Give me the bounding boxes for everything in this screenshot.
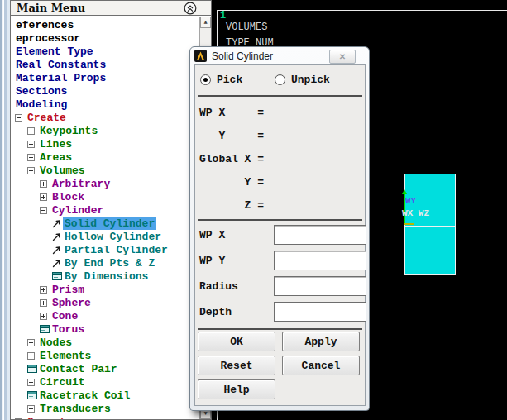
tree-item-transducers[interactable]: Transducers	[11, 402, 211, 415]
tree-item-lines[interactable]: Lines	[11, 137, 211, 150]
tree-item-keypoints[interactable]: Keypoints	[11, 124, 211, 137]
tree-item-elements[interactable]: Elements	[11, 349, 211, 362]
collapse-minus-icon[interactable]	[40, 207, 47, 214]
tree-item-label: Block	[50, 191, 86, 203]
tree-item-label: Create	[26, 112, 68, 124]
workplane-y-arrowhead-icon	[402, 189, 407, 194]
expand-plus-icon[interactable]	[27, 339, 35, 346]
tree-item-label: Real Constants	[14, 59, 108, 71]
tree-item-hollow-cylinder[interactable]: Hollow Cylinder	[11, 230, 211, 243]
dialog-box-icon	[27, 391, 37, 399]
tree-item-element-type[interactable]: Element Type	[11, 45, 211, 58]
dialog-box-icon	[40, 325, 50, 333]
tree-item-solid-cylinder[interactable]: Solid Cylinder	[11, 217, 211, 230]
tree-item-torus[interactable]: Torus	[11, 322, 211, 336]
ok-button[interactable]: OK	[198, 332, 275, 351]
expand-plus-icon[interactable]	[40, 180, 47, 188]
tree-item-block[interactable]: Block	[11, 190, 211, 203]
tree-item-label: Cone	[50, 310, 79, 322]
collapse-panel-button[interactable]	[184, 2, 197, 15]
tree-item-volumes[interactable]: Volumes	[11, 164, 211, 177]
tree-item-cone[interactable]: Cone	[11, 309, 211, 322]
plot-legend-volumes: VOLUMES	[226, 21, 267, 33]
tree-item-arbitrary[interactable]: Arbitrary	[11, 177, 211, 190]
depth-input[interactable]	[274, 302, 366, 322]
tree-item-sections[interactable]: Sections	[11, 84, 211, 98]
tree-item-label: Lines	[38, 138, 74, 150]
cancel-button[interactable]: Cancel	[282, 356, 360, 375]
separator	[198, 328, 362, 330]
tree-item-label: Contact Pair	[38, 363, 119, 375]
wp-y-field-label: WP Y	[199, 255, 225, 267]
pick-radio-label: Pick	[217, 74, 242, 86]
scroll-up-button[interactable]: ▲	[200, 17, 211, 28]
tree-item-real-constants[interactable]: Real Constants	[11, 58, 211, 71]
expand-plus-icon[interactable]	[27, 127, 35, 135]
dialog-box-icon	[27, 365, 37, 373]
tree-item-create[interactable]: Create	[11, 111, 211, 124]
workplane-wy-label: WY	[405, 196, 416, 206]
tree-item-operate[interactable]: Operate	[11, 415, 211, 420]
tree-item-sphere[interactable]: Sphere	[11, 296, 211, 309]
tree-item-label: Hollow Cylinder	[63, 231, 163, 243]
tree-item-racetrack-coil[interactable]: Racetrack Coil	[11, 389, 211, 402]
collapse-minus-icon[interactable]	[27, 167, 35, 174]
tree-item-cylinder[interactable]: Cylinder	[11, 203, 211, 217]
tree-item-areas[interactable]: Areas	[11, 150, 211, 164]
tree-item-label: Element Type	[14, 45, 95, 58]
tree-item-by-dimensions[interactable]: By Dimensions	[11, 270, 211, 283]
expand-plus-icon[interactable]	[27, 405, 35, 413]
wp-y-input[interactable]	[274, 251, 366, 270]
tree-item-label: Cylinder	[50, 204, 105, 217]
tree-item-label: Sections	[14, 85, 69, 98]
tree-item-nodes[interactable]: Nodes	[11, 336, 211, 349]
wp-x-field-row: WP X	[199, 224, 361, 247]
status-wp-y: Y =	[199, 125, 264, 148]
radius-field-label: Radius	[199, 280, 238, 293]
unpick-radio[interactable]: Unpick	[275, 73, 330, 86]
tree-item-eprocessor[interactable]: eprocessor	[11, 31, 211, 45]
main-menu-titlebar[interactable]: Main Menu	[10, 0, 212, 16]
radius-input[interactable]	[274, 276, 366, 296]
reset-button[interactable]: Reset	[198, 356, 275, 375]
close-icon[interactable]: ✕	[329, 50, 356, 64]
tree-item-by-end-pts-z[interactable]: By End Pts & Z	[11, 256, 211, 270]
status-wp-x: WP X =	[199, 102, 264, 125]
tree-item-label: Modeling	[14, 98, 69, 111]
wp-x-input[interactable]	[274, 225, 366, 245]
expand-plus-icon[interactable]	[40, 313, 47, 320]
help-button[interactable]: Help	[198, 379, 275, 399]
separator	[198, 95, 362, 97]
pick-arrow-icon	[52, 258, 62, 268]
status-global-x: Global X =	[199, 148, 264, 171]
radio-dot-icon	[275, 74, 285, 85]
tree-item-label: Material Props	[14, 72, 108, 84]
pick-radio[interactable]: Pick	[200, 73, 242, 86]
collapse-minus-icon[interactable]	[15, 114, 22, 122]
expand-plus-icon[interactable]	[27, 352, 35, 360]
tree-item-label: Keypoints	[38, 125, 99, 137]
tree-item-partial-cylinder[interactable]: Partial Cylinder	[11, 243, 211, 256]
expand-plus-icon[interactable]	[27, 379, 35, 386]
expand-plus-icon[interactable]	[27, 141, 35, 148]
tree-item-label: Partial Cylinder	[63, 244, 170, 256]
expand-plus-icon[interactable]	[27, 154, 35, 161]
tree-item-modeling[interactable]: Modeling	[11, 98, 211, 111]
expand-plus-icon[interactable]	[40, 286, 47, 294]
expand-plus-icon[interactable]	[40, 193, 47, 201]
chevrons-up-circle-icon	[184, 2, 197, 15]
tree-item-label: Racetrack Coil	[38, 389, 132, 402]
expand-plus-icon[interactable]	[40, 299, 47, 307]
dialog-titlebar[interactable]: Solid Cylinder ✕	[190, 47, 369, 64]
tree-item-circuit[interactable]: Circuit	[11, 375, 211, 389]
tree-item-contact-pair[interactable]: Contact Pair	[11, 362, 211, 375]
apply-button[interactable]: Apply	[282, 332, 360, 351]
tree-item-prism[interactable]: Prism	[11, 283, 211, 296]
main-menu-tree-area: eferenceseprocessorElement TypeReal Cons…	[10, 16, 212, 420]
wp-x-field-label: WP X	[199, 229, 225, 241]
tree-item-eferences[interactable]: eferences	[11, 18, 211, 31]
tree-item-material-props[interactable]: Material Props	[11, 71, 211, 84]
dialog-title: Solid Cylinder	[212, 50, 273, 62]
status-global-y: Y =	[199, 171, 264, 194]
cylinder-seam-line	[405, 226, 455, 227]
